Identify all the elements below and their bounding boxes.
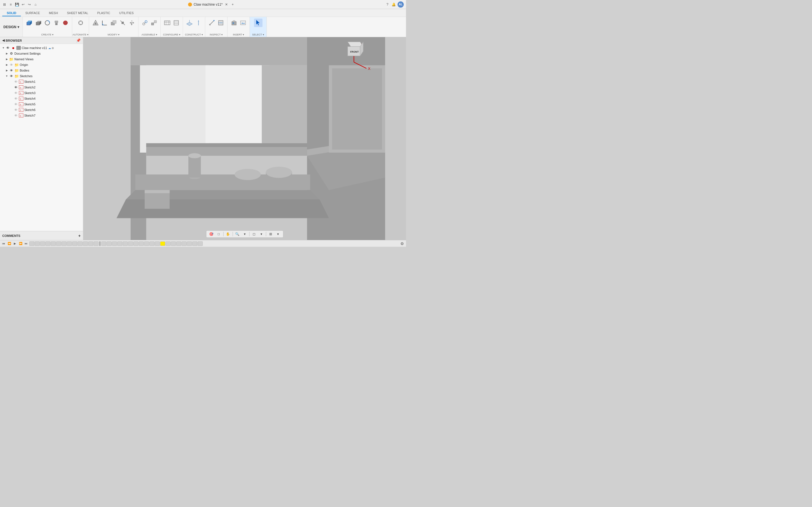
timeline-op-19[interactable] <box>128 241 133 246</box>
close-tab-button[interactable]: ✕ <box>224 2 229 7</box>
create-extrude-icon[interactable] <box>25 18 34 27</box>
tree-item-sketches[interactable]: ▼ 👁 📁 Sketches <box>0 73 83 79</box>
timeline-op-12[interactable] <box>88 241 93 246</box>
tree-item-docsettings[interactable]: ▶ ⚙ Document Settings <box>0 51 83 56</box>
eye-icon-bodies[interactable]: 👁 <box>9 68 13 73</box>
cloud-icon[interactable]: ☁ <box>48 47 51 50</box>
timeline-op-26[interactable] <box>165 241 170 246</box>
save-button[interactable]: 💾 <box>15 2 19 7</box>
eye-icon-sketches[interactable]: 👁 <box>9 74 13 78</box>
eye-icon-sketch4[interactable]: 👁 <box>13 96 18 101</box>
timeline-op-2[interactable] <box>35 241 40 246</box>
tree-item-sketch5[interactable]: ▶ 👁 S Sketch5 <box>0 101 83 107</box>
expand-docsettings[interactable]: ▶ <box>4 52 9 55</box>
modify-shell-icon[interactable] <box>91 18 100 27</box>
timeline-op-13[interactable] <box>94 241 99 246</box>
tree-item-sketch4[interactable]: ▶ 👁 S Sketch4 <box>0 96 83 101</box>
redo-button[interactable]: ↪ <box>27 2 32 7</box>
record-icon[interactable]: ⏺ <box>11 46 15 50</box>
tree-item-sketch1[interactable]: ▶ 👁 S Sketch1 <box>0 79 83 84</box>
tree-item-sketch6[interactable]: ▶ 👁 S Sketch6 <box>0 107 83 113</box>
assemble-joint-icon[interactable] <box>141 18 149 27</box>
construct-plane-icon[interactable] <box>185 18 194 27</box>
timeline-op-24[interactable] <box>155 241 160 246</box>
create-box-icon[interactable] <box>34 18 43 27</box>
tree-item-namedviews[interactable]: ▶ 📁 Named Views <box>0 56 83 62</box>
browser-pin-icon[interactable]: 📌 <box>76 38 81 43</box>
tab-surface[interactable]: SURFACE <box>21 10 45 16</box>
expand-namedviews[interactable]: ▶ <box>4 58 9 61</box>
tree-item-sketch2[interactable]: ▶ 👁 S Sketch2 <box>0 84 83 90</box>
modify-combine-icon[interactable] <box>109 18 118 27</box>
vp-pan-icon[interactable]: ✋ <box>225 231 232 237</box>
timeline-op-16[interactable] <box>112 241 117 246</box>
timeline-op-28[interactable] <box>176 241 181 246</box>
timeline-op-31[interactable] <box>192 241 197 246</box>
eye-icon-origin[interactable]: 👁 <box>9 62 13 67</box>
timeline-op-17[interactable] <box>117 241 122 246</box>
app-menu-button[interactable]: ⊞ <box>2 2 7 7</box>
expand-origin[interactable]: ▶ <box>4 63 9 66</box>
menu-toggle[interactable]: ≡ <box>8 2 13 7</box>
timeline-op-21[interactable] <box>139 241 144 246</box>
vp-zoom-icon[interactable]: 🔍 <box>234 231 241 237</box>
modify-fillet-icon[interactable] <box>100 18 109 27</box>
expand-sketches[interactable]: ▼ <box>4 75 9 77</box>
tab-sheetmetal[interactable]: SHEET METAL <box>62 10 93 16</box>
tree-item-root[interactable]: ▼ 👁 ⏺ Claw machine v11 ☁ ⊚ <box>0 45 83 51</box>
timeline-op-6[interactable] <box>56 241 61 246</box>
timeline-op-27[interactable] <box>171 241 176 246</box>
insert-decal-icon[interactable] <box>230 18 238 27</box>
design-dropdown[interactable]: DESIGN ▾ <box>0 17 23 37</box>
eye-icon-sketch2[interactable]: 👁 <box>13 85 18 90</box>
vp-display-icon[interactable]: ◻ <box>251 231 257 237</box>
timeline-op-1[interactable] <box>29 241 35 246</box>
timeline-op-3[interactable] <box>40 241 45 246</box>
timeline-op-11[interactable] <box>83 241 88 246</box>
tab-solid[interactable]: SOLID <box>2 10 21 16</box>
eye-icon-sketch5[interactable]: 👁 <box>13 102 18 107</box>
user-button[interactable]: AL <box>398 1 404 8</box>
vp-orbit-icon[interactable]: □ <box>215 231 222 237</box>
tab-utilities[interactable]: UTILITIES <box>115 10 138 16</box>
vp-display-dropdown[interactable]: ▾ <box>258 231 265 237</box>
timeline-op-15[interactable] <box>107 241 112 246</box>
timeline-op-23[interactable] <box>149 241 154 246</box>
eye-icon-sketch7[interactable]: 👁 <box>13 113 18 118</box>
insert-canvas-icon[interactable] <box>239 18 247 27</box>
undo-button[interactable]: ↩ <box>21 2 26 7</box>
create-sphere-icon[interactable] <box>61 18 70 27</box>
timeline-op-9[interactable] <box>72 241 77 246</box>
expand-root[interactable]: ▼ <box>1 47 6 49</box>
share-icon[interactable]: ⊚ <box>52 47 54 50</box>
tab-mesh[interactable]: MESH <box>45 10 63 16</box>
construct-axis-icon[interactable] <box>194 18 203 27</box>
eye-icon-sketch3[interactable]: 👁 <box>13 91 18 95</box>
viewport[interactable]: Z X FRONT 🎯 □ ✋ 🔍 ▾ ◻ <box>83 37 406 240</box>
select-icon[interactable] <box>254 18 262 27</box>
tree-item-sketch3[interactable]: ▶ 👁 S Sketch3 <box>0 90 83 96</box>
timeline-op-4[interactable] <box>45 241 50 246</box>
tab-plastic[interactable]: PLASTIC <box>93 10 115 16</box>
help-button[interactable]: ? <box>385 2 390 7</box>
configure-table-icon[interactable] <box>163 18 171 27</box>
add-tab-button[interactable]: + <box>231 2 235 7</box>
modify-scale-icon[interactable] <box>118 18 127 27</box>
timeline-op-7[interactable] <box>61 241 66 246</box>
expand-bodies[interactable]: ▶ <box>4 69 9 72</box>
timeline-op-22[interactable] <box>144 241 149 246</box>
automate-icon[interactable] <box>77 18 85 27</box>
create-revolve-icon[interactable] <box>43 18 52 27</box>
timeline-play[interactable]: ▶ <box>12 241 17 246</box>
create-loft-icon[interactable] <box>52 18 61 27</box>
timeline-prev[interactable]: ⏪ <box>7 241 12 246</box>
timeline-last[interactable]: ⏭ <box>24 241 29 246</box>
timeline-op-32[interactable] <box>198 241 203 246</box>
tree-item-origin[interactable]: ▶ 👁 📁 Origin <box>0 62 83 68</box>
timeline-op-20[interactable] <box>133 241 139 246</box>
inspect-section-icon[interactable] <box>216 18 225 27</box>
timeline-op-8[interactable] <box>67 241 72 246</box>
browser-collapse-icon[interactable]: ◀ <box>2 39 4 42</box>
assemble-asbuilt-icon[interactable] <box>150 18 158 27</box>
timeline-op-5[interactable] <box>51 241 56 246</box>
